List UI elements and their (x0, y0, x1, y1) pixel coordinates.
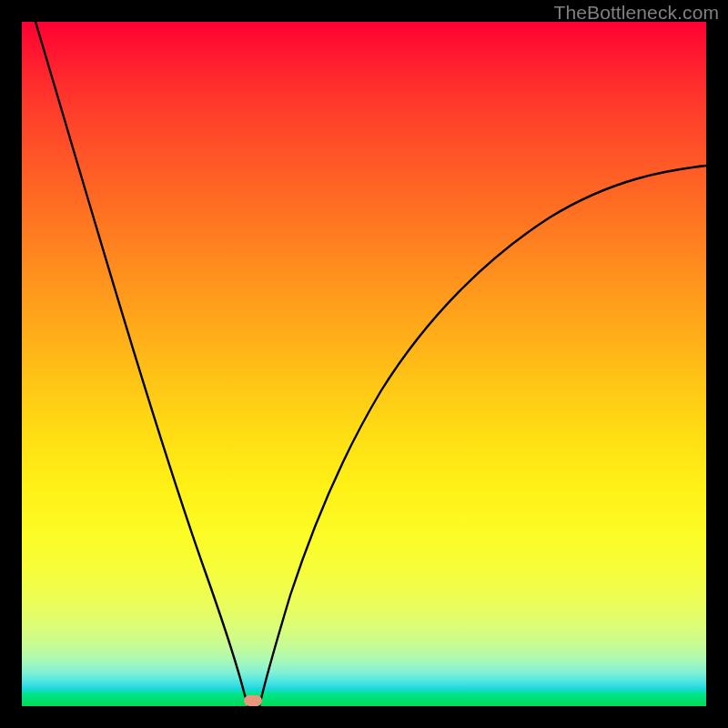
plot-area (22, 22, 706, 706)
background-gradient (22, 22, 706, 706)
attribution-text: TheBottleneck.com (554, 2, 719, 24)
minimum-marker (244, 695, 262, 706)
chart-frame: TheBottleneck.com (0, 0, 728, 728)
